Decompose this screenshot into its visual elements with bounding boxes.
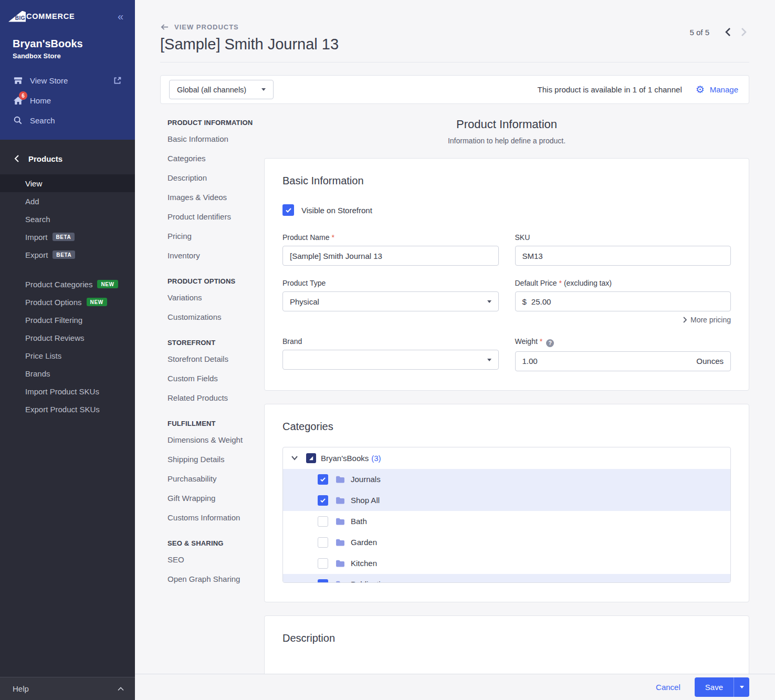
default-price-field: $: [515, 291, 731, 311]
category-row-garden[interactable]: Garden: [283, 532, 730, 553]
products-back-header[interactable]: Products: [0, 150, 135, 167]
sku-label: SKU: [515, 233, 731, 242]
product-name-input[interactable]: [282, 246, 499, 266]
section-link-description[interactable]: Description: [167, 168, 264, 187]
product-type-select[interactable]: Physical: [282, 291, 499, 311]
chevron-up-icon: [117, 686, 124, 692]
section-link-pricing[interactable]: Pricing: [167, 226, 264, 246]
category-checkbox[interactable]: [318, 495, 328, 506]
folder-icon: [336, 475, 345, 483]
cancel-button[interactable]: Cancel: [656, 683, 680, 692]
section-link-purchasability[interactable]: Purchasability: [167, 469, 264, 488]
sidebar-item-product-filtering[interactable]: Product Filtering: [0, 311, 135, 329]
sidebar-item-price-lists[interactable]: Price Lists: [0, 347, 135, 364]
category-row-publications[interactable]: Publications: [283, 574, 730, 583]
chevron-down-icon: [740, 686, 744, 688]
category-row-shop-all[interactable]: Shop All: [283, 490, 730, 511]
sidebar-item-product-categories[interactable]: Product CategoriesNEW: [0, 275, 135, 293]
manage-link[interactable]: Manage: [710, 85, 738, 94]
breadcrumb[interactable]: VIEW PRODUCTS: [160, 23, 749, 31]
section-link-dimensions-weight[interactable]: Dimensions & Weight: [167, 430, 264, 450]
section-link-custom-fields[interactable]: Custom Fields: [167, 369, 264, 388]
sidebar-item-brands[interactable]: Brands: [0, 364, 135, 382]
section-link-storefront-details[interactable]: Storefront Details: [167, 349, 264, 369]
sidebar-products-section: Products View Add Search ImportBETA Expo…: [0, 140, 135, 700]
category-checkbox[interactable]: [318, 558, 328, 569]
sidebar-item-products-import[interactable]: ImportBETA: [0, 228, 135, 246]
channel-availability-text: This product is available in 1 of 1 chan…: [538, 85, 682, 94]
sidebar-item-product-options[interactable]: Product OptionsNEW: [0, 293, 135, 311]
section-link-variations[interactable]: Variations: [167, 288, 264, 307]
category-checkbox[interactable]: [318, 474, 328, 485]
sidebar-item-product-reviews[interactable]: Product Reviews: [0, 329, 135, 347]
sidebar-item-view-store[interactable]: View Store: [8, 70, 127, 90]
sidebar-item-export-product-skus[interactable]: Export Product SKUs: [0, 400, 135, 418]
section-link-customizations[interactable]: Customizations: [167, 307, 264, 327]
sidebar-item-products-add[interactable]: Add: [0, 192, 135, 210]
category-row-bath[interactable]: Bath: [283, 511, 730, 532]
weight-field: Ounces: [515, 351, 731, 371]
chevron-down-icon[interactable]: [291, 455, 298, 461]
category-checkbox[interactable]: [318, 537, 328, 548]
section-link-categories[interactable]: Categories: [167, 149, 264, 168]
external-link-icon[interactable]: [112, 75, 122, 86]
section-link-customs-information[interactable]: Customs Information: [167, 508, 264, 527]
sidebar-item-search[interactable]: Search: [8, 110, 127, 130]
page-title: [Sample] Smith Journal 13: [160, 36, 749, 53]
section-link-related-products[interactable]: Related Products: [167, 388, 264, 408]
category-tree-root[interactable]: Bryan'sBooks (3): [283, 447, 730, 469]
category-row-kitchen[interactable]: Kitchen: [283, 553, 730, 574]
gear-icon[interactable]: ⚙: [696, 85, 705, 95]
sku-input[interactable]: [515, 246, 731, 266]
default-price-input[interactable]: [531, 297, 724, 306]
category-checkbox[interactable]: [318, 579, 328, 583]
chevron-down-icon: [487, 300, 491, 303]
section-link-images-videos[interactable]: Images & Videos: [167, 187, 264, 207]
sidebar-item-products-export[interactable]: ExportBETA: [0, 246, 135, 264]
home-icon: 6: [13, 95, 23, 106]
header-divider: [160, 62, 749, 62]
sidebar: BIG COMMERCE « Bryan'sBooks Sandbox Stor…: [0, 0, 135, 700]
section-link-basic-information[interactable]: Basic Information: [167, 129, 264, 149]
folder-icon: [336, 517, 345, 525]
help-icon[interactable]: ?: [546, 339, 554, 347]
channel-select[interactable]: Global (all channels): [169, 80, 274, 99]
help-bar[interactable]: Help: [0, 677, 135, 700]
section-link-product-identifiers[interactable]: Product Identifiers: [167, 207, 264, 226]
sidebar-item-products-search[interactable]: Search: [0, 210, 135, 228]
action-footer: Cancel Save: [135, 674, 775, 700]
save-button[interactable]: Save: [695, 677, 734, 697]
pager-next-button[interactable]: [738, 26, 749, 38]
logo-big-text: BIG: [15, 15, 25, 21]
pager-prev-button[interactable]: [722, 26, 734, 38]
store-type: Sandbox Store: [13, 52, 127, 60]
pager-count: 5 of 5: [689, 28, 709, 37]
store-name: Bryan'sBooks: [13, 38, 127, 50]
sidebar-item-home[interactable]: 6 Home: [8, 90, 127, 110]
save-dropdown-button[interactable]: [734, 677, 749, 697]
section-link-shipping-details[interactable]: Shipping Details: [167, 450, 264, 469]
brand-select[interactable]: [282, 350, 499, 370]
form-column: Product Information Information to help …: [264, 118, 749, 678]
section-link-inventory[interactable]: Inventory: [167, 246, 264, 265]
section-link-open-graph-sharing[interactable]: Open Graph Sharing: [167, 569, 264, 589]
category-checkbox[interactable]: [318, 516, 328, 527]
sidebar-item-products-view[interactable]: View: [0, 174, 135, 192]
sidebar-item-import-product-skus[interactable]: Import Product SKUs: [0, 382, 135, 400]
section-group-title: SEO & SHARING: [167, 539, 264, 547]
section-link-seo[interactable]: SEO: [167, 550, 264, 569]
sidebar-top: BIG COMMERCE « Bryan'sBooks Sandbox Stor…: [0, 0, 135, 140]
weight-unit: Ounces: [696, 357, 724, 365]
weight-input[interactable]: [522, 357, 692, 365]
form-subheading: Information to help define a product.: [264, 137, 749, 145]
section-link-gift-wrapping[interactable]: Gift Wrapping: [167, 488, 264, 508]
more-pricing-link[interactable]: More pricing: [515, 316, 731, 324]
categories-card: Categories Bryan'sBooks (3) Journals: [264, 404, 749, 602]
visible-on-storefront-checkbox[interactable]: [282, 204, 294, 216]
new-badge: NEW: [87, 298, 107, 306]
sidebar-collapse-icon[interactable]: «: [118, 11, 127, 22]
category-row-journals[interactable]: Journals: [283, 469, 730, 490]
section-group-title: PRODUCT OPTIONS: [167, 277, 264, 285]
category-count: (3): [371, 454, 381, 463]
section-group-title: PRODUCT INFORMATION: [167, 119, 264, 127]
